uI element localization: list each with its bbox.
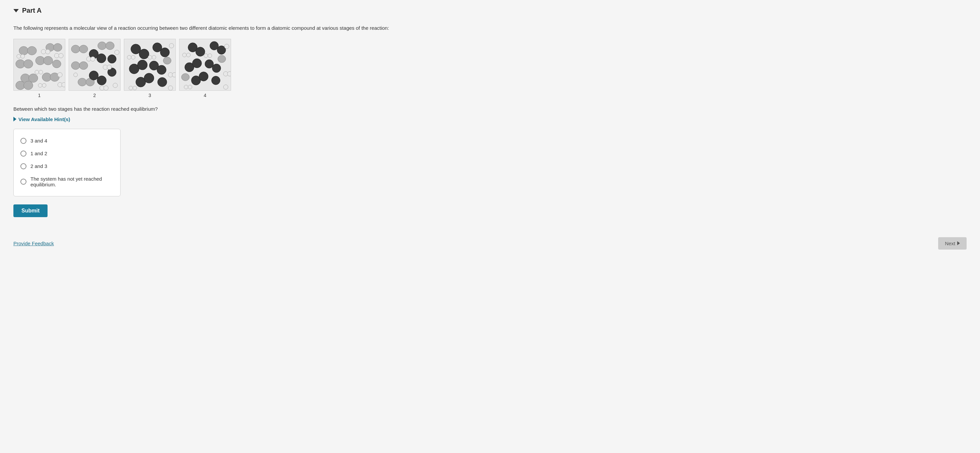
svg-point-54 <box>161 48 170 57</box>
option-2-and-3[interactable]: 2 and 3 <box>21 160 113 173</box>
svg-point-7 <box>43 56 53 65</box>
svg-point-46 <box>74 73 78 77</box>
svg-point-43 <box>91 57 95 61</box>
svg-point-34 <box>78 78 87 86</box>
part-header: Part A <box>13 7 967 14</box>
svg-point-38 <box>108 54 116 63</box>
radio-3-and-4[interactable] <box>21 138 27 144</box>
stage-3-label: 3 <box>149 93 151 98</box>
option-2-and-3-label: 2 and 3 <box>30 163 47 169</box>
svg-point-56 <box>137 60 147 70</box>
svg-point-21 <box>35 70 39 74</box>
feedback-link[interactable]: Provide Feedback <box>13 241 54 246</box>
svg-point-14 <box>24 81 33 90</box>
svg-point-89 <box>208 54 212 57</box>
option-not-reached-label: The system has not yet reached equilibri… <box>30 176 113 187</box>
hint-label: View Available Hint(s) <box>18 116 70 122</box>
next-button[interactable]: Next <box>938 237 967 250</box>
svg-point-37 <box>97 54 106 63</box>
svg-point-84 <box>218 55 226 63</box>
svg-point-70 <box>129 86 133 90</box>
svg-point-31 <box>106 41 115 49</box>
svg-point-58 <box>157 65 166 74</box>
stage-3-image <box>124 39 176 91</box>
svg-point-47 <box>115 50 119 54</box>
svg-point-66 <box>152 55 156 59</box>
stage-4-image <box>179 39 231 91</box>
option-1-and-2[interactable]: 1 and 2 <box>21 147 113 160</box>
svg-point-3 <box>53 43 62 51</box>
svg-point-0 <box>19 46 29 55</box>
stages-row: 1 <box>13 39 967 98</box>
svg-point-92 <box>228 71 231 76</box>
svg-point-29 <box>80 45 88 53</box>
svg-point-65 <box>148 55 152 59</box>
svg-point-64 <box>131 55 135 59</box>
svg-point-71 <box>133 86 137 90</box>
option-1-and-2-label: 1 and 2 <box>30 150 47 156</box>
svg-point-1 <box>27 46 37 55</box>
stage-1-container: 1 <box>13 39 65 98</box>
question-text: Between which two stages has the reactio… <box>13 106 967 112</box>
svg-point-50 <box>113 83 118 88</box>
stage-2-label: 2 <box>94 93 96 98</box>
options-box: 3 and 4 1 and 2 2 and 3 The system has n… <box>13 129 121 196</box>
svg-point-88 <box>204 54 208 57</box>
description-text: The following represents a molecular vie… <box>13 24 967 32</box>
svg-point-80 <box>212 64 221 73</box>
bottom-bar: Provide Feedback Next <box>13 237 967 250</box>
svg-point-17 <box>17 54 21 58</box>
svg-point-93 <box>223 85 228 89</box>
svg-point-85 <box>181 73 189 81</box>
svg-point-20 <box>59 53 63 58</box>
svg-point-25 <box>42 83 46 87</box>
stage-2-image <box>68 39 121 91</box>
svg-point-72 <box>168 86 173 90</box>
svg-point-5 <box>24 60 33 68</box>
collapse-chevron-icon[interactable] <box>13 9 19 13</box>
part-title: Part A <box>22 7 41 14</box>
submit-button[interactable]: Submit <box>13 204 48 217</box>
svg-point-90 <box>224 44 229 49</box>
next-chevron-icon <box>957 241 960 245</box>
svg-point-27 <box>62 82 65 87</box>
svg-point-30 <box>98 41 107 49</box>
svg-point-8 <box>52 60 61 68</box>
radio-2-and-3[interactable] <box>21 163 27 169</box>
svg-point-86 <box>183 53 186 57</box>
radio-1-and-2[interactable] <box>21 150 27 157</box>
svg-point-16 <box>46 49 50 54</box>
svg-point-52 <box>139 49 149 59</box>
svg-point-33 <box>80 62 88 70</box>
svg-point-28 <box>71 45 80 53</box>
svg-point-78 <box>192 59 202 68</box>
svg-point-95 <box>188 85 192 89</box>
svg-point-60 <box>144 73 154 83</box>
hint-chevron-icon <box>13 117 16 122</box>
svg-point-61 <box>158 77 167 87</box>
svg-point-69 <box>172 72 175 77</box>
stage-1-image <box>13 39 65 91</box>
option-not-reached[interactable]: The system has not yet reached equilibri… <box>21 173 113 191</box>
svg-point-23 <box>57 72 62 77</box>
stage-1-label: 1 <box>38 93 41 98</box>
next-label: Next <box>945 241 955 246</box>
svg-point-45 <box>107 65 112 69</box>
svg-point-24 <box>38 83 42 87</box>
svg-point-39 <box>89 71 99 80</box>
svg-point-40 <box>97 76 107 85</box>
svg-point-18 <box>21 54 25 58</box>
svg-point-32 <box>71 62 80 70</box>
stage-2-container: 2 <box>68 39 121 98</box>
svg-point-19 <box>54 53 59 58</box>
radio-not-reached[interactable] <box>21 179 27 185</box>
page-container: Part A The following represents a molecu… <box>0 0 980 453</box>
svg-point-74 <box>196 47 205 56</box>
hint-link[interactable]: View Available Hint(s) <box>13 116 967 122</box>
svg-point-15 <box>41 49 46 54</box>
svg-point-62 <box>163 57 171 64</box>
option-3-and-4[interactable]: 3 and 4 <box>21 135 113 147</box>
svg-point-49 <box>104 86 108 90</box>
svg-point-22 <box>39 70 43 74</box>
svg-point-82 <box>199 71 208 81</box>
